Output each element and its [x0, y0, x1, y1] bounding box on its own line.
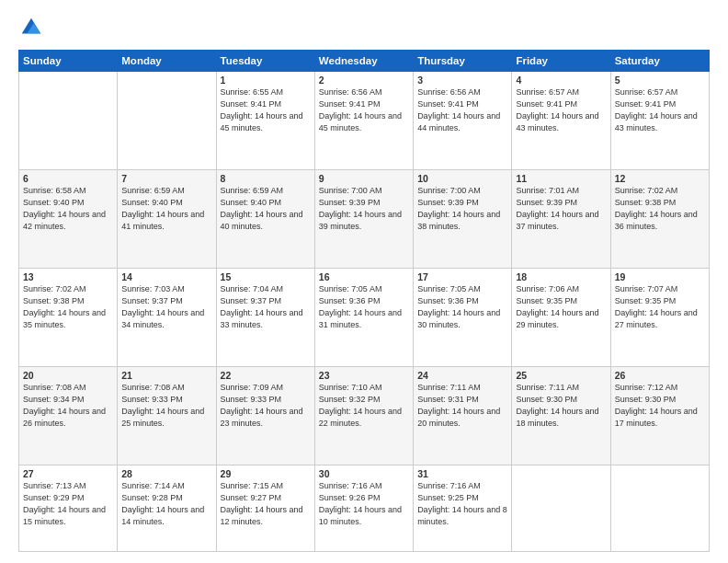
- cell-info: Sunrise: 6:57 AM Sunset: 9:41 PM Dayligh…: [615, 86, 705, 134]
- day-number: 5: [615, 75, 705, 86]
- day-number: 8: [221, 173, 311, 184]
- calendar-cell: 22Sunrise: 7:09 AM Sunset: 9:33 PM Dayli…: [216, 366, 314, 465]
- day-number: 14: [121, 271, 211, 282]
- cell-info: Sunrise: 6:59 AM Sunset: 9:40 PM Dayligh…: [121, 185, 211, 233]
- day-number: 6: [23, 173, 113, 184]
- calendar-cell: 25Sunrise: 7:11 AM Sunset: 9:30 PM Dayli…: [512, 366, 610, 465]
- calendar-cell: 2Sunrise: 6:56 AM Sunset: 9:41 PM Daylig…: [314, 72, 413, 170]
- cell-info: Sunrise: 6:58 AM Sunset: 9:40 PM Dayligh…: [23, 185, 113, 233]
- calendar-cell: [610, 465, 709, 551]
- day-number: 1: [221, 75, 311, 86]
- weekday-sunday: Sunday: [19, 51, 118, 72]
- day-number: 25: [516, 370, 606, 381]
- calendar-cell: 16Sunrise: 7:05 AM Sunset: 9:36 PM Dayli…: [314, 268, 413, 366]
- week-row-1: 1Sunrise: 6:55 AM Sunset: 9:41 PM Daylig…: [19, 72, 710, 170]
- day-number: 11: [516, 173, 606, 184]
- cell-info: Sunrise: 7:14 AM Sunset: 9:28 PM Dayligh…: [121, 480, 211, 528]
- calendar-cell: 15Sunrise: 7:04 AM Sunset: 9:37 PM Dayli…: [216, 268, 314, 366]
- cell-info: Sunrise: 6:59 AM Sunset: 9:40 PM Dayligh…: [221, 185, 311, 233]
- calendar-cell: 7Sunrise: 6:59 AM Sunset: 9:40 PM Daylig…: [118, 169, 216, 268]
- cell-info: Sunrise: 7:04 AM Sunset: 9:37 PM Dayligh…: [221, 283, 311, 331]
- calendar-cell: 30Sunrise: 7:16 AM Sunset: 9:26 PM Dayli…: [314, 465, 413, 551]
- weekday-monday: Monday: [118, 51, 216, 72]
- cell-info: Sunrise: 7:06 AM Sunset: 9:35 PM Dayligh…: [516, 283, 606, 331]
- cell-info: Sunrise: 7:02 AM Sunset: 9:38 PM Dayligh…: [615, 185, 705, 233]
- calendar-cell: 28Sunrise: 7:14 AM Sunset: 9:28 PM Dayli…: [118, 465, 216, 551]
- page: SundayMondayTuesdayWednesdayThursdayFrid…: [0, 0, 728, 563]
- calendar-cell: 4Sunrise: 6:57 AM Sunset: 9:41 PM Daylig…: [512, 72, 610, 170]
- cell-info: Sunrise: 7:10 AM Sunset: 9:32 PM Dayligh…: [319, 382, 409, 430]
- week-row-2: 6Sunrise: 6:58 AM Sunset: 9:40 PM Daylig…: [19, 169, 710, 268]
- week-row-3: 13Sunrise: 7:02 AM Sunset: 9:38 PM Dayli…: [19, 268, 710, 366]
- weekday-wednesday: Wednesday: [314, 51, 413, 72]
- cell-info: Sunrise: 7:08 AM Sunset: 9:33 PM Dayligh…: [121, 382, 211, 430]
- calendar-cell: 9Sunrise: 7:00 AM Sunset: 9:39 PM Daylig…: [314, 169, 413, 268]
- calendar-cell: 3Sunrise: 6:56 AM Sunset: 9:41 PM Daylig…: [414, 72, 512, 170]
- cell-info: Sunrise: 7:11 AM Sunset: 9:31 PM Dayligh…: [417, 382, 507, 430]
- weekday-thursday: Thursday: [414, 51, 512, 72]
- day-number: 15: [221, 271, 311, 282]
- calendar-cell: [512, 465, 610, 551]
- cell-info: Sunrise: 7:13 AM Sunset: 9:29 PM Dayligh…: [23, 480, 113, 528]
- day-number: 7: [121, 173, 211, 184]
- day-number: 21: [121, 370, 211, 381]
- calendar-cell: 18Sunrise: 7:06 AM Sunset: 9:35 PM Dayli…: [512, 268, 610, 366]
- calendar-cell: 6Sunrise: 6:58 AM Sunset: 9:40 PM Daylig…: [19, 169, 118, 268]
- cell-info: Sunrise: 6:55 AM Sunset: 9:41 PM Dayligh…: [221, 86, 311, 134]
- day-number: 2: [319, 75, 409, 86]
- day-number: 28: [121, 468, 211, 479]
- calendar-cell: 21Sunrise: 7:08 AM Sunset: 9:33 PM Dayli…: [118, 366, 216, 465]
- day-number: 19: [615, 271, 705, 282]
- calendar-cell: 8Sunrise: 6:59 AM Sunset: 9:40 PM Daylig…: [216, 169, 314, 268]
- calendar-cell: 23Sunrise: 7:10 AM Sunset: 9:32 PM Dayli…: [314, 366, 413, 465]
- day-number: 16: [319, 271, 409, 282]
- cell-info: Sunrise: 7:00 AM Sunset: 9:39 PM Dayligh…: [319, 185, 409, 233]
- cell-info: Sunrise: 6:56 AM Sunset: 9:41 PM Dayligh…: [417, 86, 507, 134]
- cell-info: Sunrise: 7:05 AM Sunset: 9:36 PM Dayligh…: [319, 283, 409, 331]
- weekday-tuesday: Tuesday: [216, 51, 314, 72]
- cell-info: Sunrise: 7:16 AM Sunset: 9:25 PM Dayligh…: [417, 480, 507, 528]
- week-row-5: 27Sunrise: 7:13 AM Sunset: 9:29 PM Dayli…: [19, 465, 710, 551]
- cell-info: Sunrise: 7:01 AM Sunset: 9:39 PM Dayligh…: [516, 185, 606, 233]
- day-number: 22: [221, 370, 311, 381]
- day-number: 20: [23, 370, 113, 381]
- day-number: 24: [417, 370, 507, 381]
- calendar-cell: 20Sunrise: 7:08 AM Sunset: 9:34 PM Dayli…: [19, 366, 118, 465]
- cell-info: Sunrise: 7:02 AM Sunset: 9:38 PM Dayligh…: [23, 283, 113, 331]
- calendar-cell: 14Sunrise: 7:03 AM Sunset: 9:37 PM Dayli…: [118, 268, 216, 366]
- cell-info: Sunrise: 7:16 AM Sunset: 9:26 PM Dayligh…: [319, 480, 409, 528]
- cell-info: Sunrise: 7:15 AM Sunset: 9:27 PM Dayligh…: [221, 480, 311, 528]
- calendar-cell: 29Sunrise: 7:15 AM Sunset: 9:27 PM Dayli…: [216, 465, 314, 551]
- calendar-cell: 1Sunrise: 6:55 AM Sunset: 9:41 PM Daylig…: [216, 72, 314, 170]
- cell-info: Sunrise: 7:03 AM Sunset: 9:37 PM Dayligh…: [121, 283, 211, 331]
- day-number: 17: [417, 271, 507, 282]
- calendar-cell: [19, 72, 118, 170]
- calendar-cell: 17Sunrise: 7:05 AM Sunset: 9:36 PM Dayli…: [414, 268, 512, 366]
- calendar-cell: 27Sunrise: 7:13 AM Sunset: 9:29 PM Dayli…: [19, 465, 118, 551]
- day-number: 10: [417, 173, 507, 184]
- cell-info: Sunrise: 7:12 AM Sunset: 9:30 PM Dayligh…: [615, 382, 705, 430]
- day-number: 3: [417, 75, 507, 86]
- calendar-cell: 26Sunrise: 7:12 AM Sunset: 9:30 PM Dayli…: [610, 366, 709, 465]
- calendar-cell: 5Sunrise: 6:57 AM Sunset: 9:41 PM Daylig…: [610, 72, 709, 170]
- calendar-cell: [118, 72, 216, 170]
- day-number: 12: [615, 173, 705, 184]
- cell-info: Sunrise: 7:00 AM Sunset: 9:39 PM Dayligh…: [417, 185, 507, 233]
- calendar-cell: 12Sunrise: 7:02 AM Sunset: 9:38 PM Dayli…: [610, 169, 709, 268]
- weekday-header-row: SundayMondayTuesdayWednesdayThursdayFrid…: [19, 51, 710, 72]
- day-number: 23: [319, 370, 409, 381]
- logo-icon: [18, 15, 44, 40]
- day-number: 18: [516, 271, 606, 282]
- calendar-cell: 11Sunrise: 7:01 AM Sunset: 9:39 PM Dayli…: [512, 169, 610, 268]
- day-number: 31: [417, 468, 507, 479]
- day-number: 26: [615, 370, 705, 381]
- calendar-cell: 10Sunrise: 7:00 AM Sunset: 9:39 PM Dayli…: [414, 169, 512, 268]
- cell-info: Sunrise: 7:11 AM Sunset: 9:30 PM Dayligh…: [516, 382, 606, 430]
- weekday-friday: Friday: [512, 51, 610, 72]
- calendar-cell: 24Sunrise: 7:11 AM Sunset: 9:31 PM Dayli…: [414, 366, 512, 465]
- calendar-cell: 19Sunrise: 7:07 AM Sunset: 9:35 PM Dayli…: [610, 268, 709, 366]
- cell-info: Sunrise: 7:07 AM Sunset: 9:35 PM Dayligh…: [615, 283, 705, 331]
- calendar-cell: 13Sunrise: 7:02 AM Sunset: 9:38 PM Dayli…: [19, 268, 118, 366]
- header: [18, 15, 710, 40]
- day-number: 4: [516, 75, 606, 86]
